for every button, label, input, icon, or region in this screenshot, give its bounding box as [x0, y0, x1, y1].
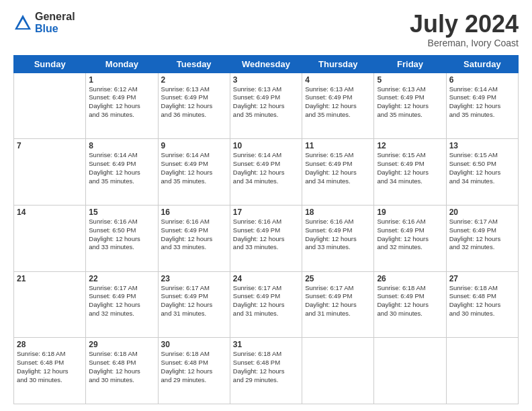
day-info: Sunrise: 6:16 AM Sunset: 6:49 PM Dayligh…: [305, 218, 371, 252]
calendar-cell: 20Sunrise: 6:17 AM Sunset: 6:49 PM Dayli…: [446, 205, 518, 271]
day-info: Sunrise: 6:17 AM Sunset: 6:49 PM Dayligh…: [449, 218, 515, 252]
day-number: 25: [305, 274, 371, 283]
calendar-cell: 26Sunrise: 6:18 AM Sunset: 6:49 PM Dayli…: [374, 271, 446, 338]
day-info: Sunrise: 6:17 AM Sunset: 6:49 PM Dayligh…: [305, 284, 371, 318]
day-info: Sunrise: 6:18 AM Sunset: 6:48 PM Dayligh…: [161, 350, 227, 384]
day-info: Sunrise: 6:17 AM Sunset: 6:49 PM Dayligh…: [233, 284, 299, 318]
day-number: 3: [233, 75, 299, 85]
week-row-1: 1Sunrise: 6:12 AM Sunset: 6:49 PM Daylig…: [14, 73, 519, 139]
day-number: 5: [377, 75, 443, 85]
calendar-cell: 1Sunrise: 6:12 AM Sunset: 6:49 PM Daylig…: [86, 73, 158, 139]
title-block: July 2024 Bereman, Ivory Coast: [410, 11, 519, 48]
calendar-cell: 21: [14, 271, 86, 338]
day-number: 12: [377, 141, 443, 150]
day-number: 8: [89, 141, 154, 150]
day-info: Sunrise: 6:18 AM Sunset: 6:48 PM Dayligh…: [233, 350, 299, 384]
day-number: 6: [449, 75, 515, 85]
week-row-2: 78Sunrise: 6:14 AM Sunset: 6:49 PM Dayli…: [14, 139, 519, 205]
day-number: 1: [89, 75, 154, 85]
calendar-cell: 30Sunrise: 6:18 AM Sunset: 6:48 PM Dayli…: [158, 338, 230, 404]
header: General Blue July 2024 Bereman, Ivory Co…: [13, 11, 519, 48]
day-info: Sunrise: 6:16 AM Sunset: 6:49 PM Dayligh…: [233, 218, 299, 252]
calendar-cell: 16Sunrise: 6:16 AM Sunset: 6:49 PM Dayli…: [158, 205, 230, 271]
day-number: 22: [89, 274, 154, 283]
calendar-cell: 8Sunrise: 6:14 AM Sunset: 6:49 PM Daylig…: [86, 139, 158, 205]
calendar-cell: 27Sunrise: 6:18 AM Sunset: 6:48 PM Dayli…: [446, 271, 518, 338]
day-number: 19: [377, 208, 443, 217]
day-number: 11: [305, 141, 371, 150]
day-number: 10: [233, 141, 299, 150]
calendar-cell: 5Sunrise: 6:13 AM Sunset: 6:49 PM Daylig…: [374, 73, 446, 139]
day-number: 21: [17, 274, 83, 283]
day-info: Sunrise: 6:15 AM Sunset: 6:50 PM Dayligh…: [449, 151, 515, 185]
day-info: Sunrise: 6:18 AM Sunset: 6:48 PM Dayligh…: [89, 350, 154, 384]
calendar-cell: 12Sunrise: 6:15 AM Sunset: 6:49 PM Dayli…: [374, 139, 446, 205]
header-friday: Friday: [374, 55, 446, 73]
day-info: Sunrise: 6:15 AM Sunset: 6:49 PM Dayligh…: [305, 151, 371, 185]
calendar-cell: 3Sunrise: 6:13 AM Sunset: 6:49 PM Daylig…: [230, 73, 302, 139]
week-row-5: 28Sunrise: 6:18 AM Sunset: 6:48 PM Dayli…: [14, 338, 519, 404]
day-info: Sunrise: 6:13 AM Sunset: 6:49 PM Dayligh…: [305, 85, 371, 120]
day-info: Sunrise: 6:16 AM Sunset: 6:49 PM Dayligh…: [377, 218, 443, 252]
day-info: Sunrise: 6:16 AM Sunset: 6:50 PM Dayligh…: [89, 218, 154, 252]
calendar-cell: 31Sunrise: 6:18 AM Sunset: 6:48 PM Dayli…: [230, 338, 302, 404]
month-title: July 2024: [410, 11, 519, 38]
calendar-cell: [374, 338, 446, 404]
calendar-cell: 13Sunrise: 6:15 AM Sunset: 6:50 PM Dayli…: [446, 139, 518, 205]
calendar-cell: 28Sunrise: 6:18 AM Sunset: 6:48 PM Dayli…: [14, 338, 86, 404]
logo-general-text: General: [35, 11, 75, 23]
day-info: Sunrise: 6:14 AM Sunset: 6:49 PM Dayligh…: [89, 151, 154, 185]
calendar-cell: 10Sunrise: 6:14 AM Sunset: 6:49 PM Dayli…: [230, 139, 302, 205]
day-info: Sunrise: 6:17 AM Sunset: 6:49 PM Dayligh…: [161, 284, 227, 318]
day-number: 31: [233, 340, 299, 349]
calendar-cell: 14: [14, 205, 86, 271]
calendar-header-row: Sunday Monday Tuesday Wednesday Thursday…: [14, 55, 519, 73]
calendar-cell: 15Sunrise: 6:16 AM Sunset: 6:50 PM Dayli…: [86, 205, 158, 271]
location-subtitle: Bereman, Ivory Coast: [410, 38, 519, 48]
header-wednesday: Wednesday: [230, 55, 302, 73]
calendar-cell: 18Sunrise: 6:16 AM Sunset: 6:49 PM Dayli…: [302, 205, 374, 271]
day-number: 13: [449, 141, 515, 150]
header-tuesday: Tuesday: [158, 55, 230, 73]
calendar-table: Sunday Monday Tuesday Wednesday Thursday…: [13, 55, 519, 404]
day-number: 14: [17, 208, 83, 217]
calendar-cell: 29Sunrise: 6:18 AM Sunset: 6:48 PM Dayli…: [86, 338, 158, 404]
logo-icon: [13, 13, 32, 32]
calendar-cell: 23Sunrise: 6:17 AM Sunset: 6:49 PM Dayli…: [158, 271, 230, 338]
day-number: 29: [89, 340, 154, 349]
day-number: 27: [449, 274, 515, 283]
day-info: Sunrise: 6:17 AM Sunset: 6:49 PM Dayligh…: [89, 284, 154, 318]
calendar-cell: 25Sunrise: 6:17 AM Sunset: 6:49 PM Dayli…: [302, 271, 374, 338]
calendar-cell: 19Sunrise: 6:16 AM Sunset: 6:49 PM Dayli…: [374, 205, 446, 271]
logo-blue-text: Blue: [35, 23, 75, 35]
day-info: Sunrise: 6:12 AM Sunset: 6:49 PM Dayligh…: [89, 85, 154, 120]
day-info: Sunrise: 6:13 AM Sunset: 6:49 PM Dayligh…: [377, 85, 443, 120]
calendar-cell: 6Sunrise: 6:14 AM Sunset: 6:49 PM Daylig…: [446, 73, 518, 139]
day-number: 28: [17, 340, 83, 349]
day-info: Sunrise: 6:14 AM Sunset: 6:49 PM Dayligh…: [449, 85, 515, 120]
calendar-cell: 24Sunrise: 6:17 AM Sunset: 6:49 PM Dayli…: [230, 271, 302, 338]
day-number: 4: [305, 75, 371, 85]
page: General Blue July 2024 Bereman, Ivory Co…: [0, 0, 532, 411]
day-info: Sunrise: 6:13 AM Sunset: 6:49 PM Dayligh…: [233, 85, 299, 120]
week-row-4: 2122Sunrise: 6:17 AM Sunset: 6:49 PM Day…: [14, 271, 519, 338]
day-info: Sunrise: 6:18 AM Sunset: 6:48 PM Dayligh…: [449, 284, 515, 318]
day-number: 24: [233, 274, 299, 283]
calendar-cell: 22Sunrise: 6:17 AM Sunset: 6:49 PM Dayli…: [86, 271, 158, 338]
day-number: 2: [161, 75, 227, 85]
calendar-cell: 11Sunrise: 6:15 AM Sunset: 6:49 PM Dayli…: [302, 139, 374, 205]
header-sunday: Sunday: [14, 55, 86, 73]
day-number: 15: [89, 208, 154, 217]
day-info: Sunrise: 6:13 AM Sunset: 6:49 PM Dayligh…: [161, 85, 227, 120]
calendar-cell: 7: [14, 139, 86, 205]
day-number: 16: [161, 208, 227, 217]
day-number: 18: [305, 208, 371, 217]
day-info: Sunrise: 6:15 AM Sunset: 6:49 PM Dayligh…: [377, 151, 443, 185]
header-thursday: Thursday: [302, 55, 374, 73]
header-monday: Monday: [86, 55, 158, 73]
day-info: Sunrise: 6:18 AM Sunset: 6:49 PM Dayligh…: [377, 284, 443, 318]
week-row-3: 1415Sunrise: 6:16 AM Sunset: 6:50 PM Day…: [14, 205, 519, 271]
day-number: 17: [233, 208, 299, 217]
day-info: Sunrise: 6:14 AM Sunset: 6:49 PM Dayligh…: [233, 151, 299, 185]
day-info: Sunrise: 6:14 AM Sunset: 6:49 PM Dayligh…: [161, 151, 227, 185]
